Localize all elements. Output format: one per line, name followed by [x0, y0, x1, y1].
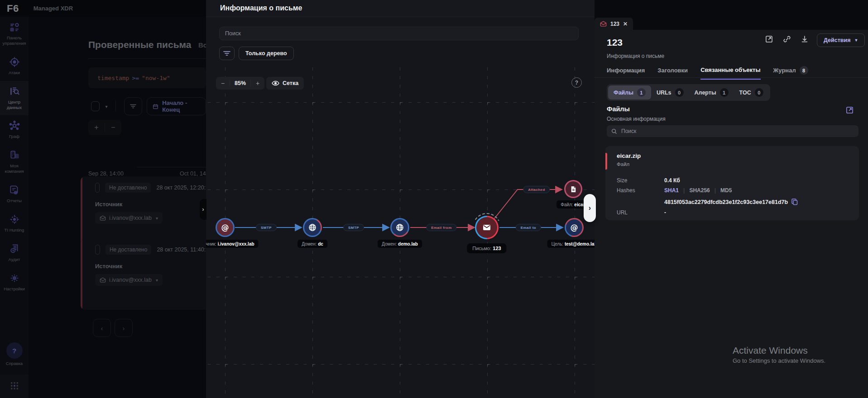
- url-value: -: [664, 209, 666, 216]
- hash-type-sha256[interactable]: SHA256: [689, 187, 710, 194]
- sidebar-item-reports[interactable]: Отчеты: [0, 180, 29, 209]
- details-panel: 123 ✕ 123 Информация о письме Действия ▼…: [595, 0, 868, 398]
- file-icon: [570, 185, 577, 193]
- hash-type-md5[interactable]: MD5: [720, 187, 732, 194]
- close-tab-icon[interactable]: ✕: [623, 21, 628, 27]
- graph-node-target[interactable]: @: [565, 218, 584, 237]
- email-datetime: 28 окт 2025, 12:20:13: [156, 185, 206, 191]
- graph-help-button[interactable]: ?: [571, 77, 582, 88]
- sidebar-item-audit[interactable]: Аудит: [0, 238, 29, 268]
- timeline-start: Sep 28, 14:00: [88, 171, 124, 177]
- date-range-button[interactable]: Начало - Конец: [147, 97, 206, 115]
- zoom-in-button[interactable]: +: [251, 80, 264, 87]
- timeline-axis: [136, 167, 206, 167]
- globe-icon: [395, 223, 404, 232]
- globe-icon: [308, 223, 317, 232]
- alerts-count-badge: 1: [720, 88, 729, 97]
- tab-journal[interactable]: Журнал 8: [773, 66, 808, 80]
- sidebar-item-settings[interactable]: Настройки: [0, 268, 29, 297]
- sidebar-item-help[interactable]: ? Справка: [0, 338, 29, 372]
- node-label-domain-dc: Домен: dc: [297, 240, 327, 248]
- list-minus-button[interactable]: −: [105, 123, 121, 132]
- open-files-section-icon[interactable]: [846, 106, 854, 116]
- expand-right-handle[interactable]: ›: [584, 194, 596, 222]
- apps-grid-icon[interactable]: [10, 381, 19, 391]
- target-icon: [9, 56, 20, 68]
- subtab-toc[interactable]: TOC 0: [734, 85, 769, 100]
- graph-node-email[interactable]: [475, 216, 499, 239]
- graph-icon: [9, 120, 20, 132]
- actions-button[interactable]: Действия ▼: [817, 33, 865, 47]
- copy-icon[interactable]: [791, 199, 798, 205]
- node-label-domain-demolab: Домен: demo.lab: [378, 240, 422, 248]
- subtab-files[interactable]: Файлы 1: [608, 85, 651, 100]
- list-plus-button[interactable]: +: [88, 123, 105, 132]
- prev-page-button[interactable]: ‹: [93, 319, 111, 337]
- filter-icon: [130, 103, 136, 109]
- open-in-new-icon[interactable]: [765, 35, 773, 43]
- pagination: ‹ ›: [93, 319, 133, 337]
- files-count-badge: 1: [637, 88, 646, 97]
- collapse-left-handle[interactable]: ›: [200, 199, 206, 220]
- grid-toggle-button[interactable]: Сетка: [266, 77, 304, 90]
- subtab-alerts[interactable]: Алерты 1: [689, 85, 734, 100]
- edge-label-smtp: SMTP: [343, 224, 364, 231]
- hash-value: 4815f053ac2279dfcdb23e1f2c93c3ee17e81d7b: [664, 199, 788, 205]
- sidebar-item-data-center[interactable]: Центр данных: [0, 81, 29, 116]
- checked-emails-panel: Проверенные письма Во timestamp >= "now-…: [29, 17, 206, 398]
- source-chip[interactable]: i.ivanov@xxx.lab ▾: [95, 274, 163, 286]
- sidebar-item-company[interactable]: Моя компания: [0, 145, 29, 180]
- email-card[interactable]: Не доставлено 28 окт 2025, 11:40:17 Исто…: [81, 238, 206, 310]
- sidebar-item-dashboard[interactable]: Панель управления: [0, 17, 29, 52]
- file-name[interactable]: eicar.zip: [617, 152, 641, 159]
- size-label: Size: [617, 177, 627, 184]
- graph-edges: [206, 0, 595, 398]
- hash-type-sha1[interactable]: SHA1: [664, 187, 679, 194]
- source-chip[interactable]: i.ivanov@xxx.lab ▾: [95, 212, 163, 224]
- envelope-icon: [481, 222, 492, 233]
- zoom-list-controls: + −: [88, 120, 121, 135]
- sidebar-item-attacks[interactable]: Атаки: [0, 52, 29, 81]
- sidebar-item-ti-hunting[interactable]: TI Hunting: [0, 209, 29, 238]
- list-filter-button[interactable]: [124, 97, 142, 115]
- query-input[interactable]: timestamp >= "now-1w": [88, 67, 206, 88]
- select-caret-icon[interactable]: ▾: [105, 104, 107, 109]
- graph-node-domain-dc[interactable]: [303, 218, 322, 237]
- email-datetime: 28 окт 2025, 11:40:17: [157, 246, 206, 253]
- node-label-source: Источник: i.ivanov@xxx.lab: [206, 240, 259, 248]
- link-icon[interactable]: [783, 35, 791, 43]
- calendar-icon: [153, 103, 158, 110]
- node-label-email: Письмо: 123: [467, 243, 506, 253]
- edge-label-email-from: Email from: [426, 224, 456, 231]
- select-all-checkbox[interactable]: [91, 101, 100, 111]
- subtab-urls[interactable]: URLs 0: [651, 85, 689, 100]
- related-object-subtabs: Файлы 1 URLs 0 Алерты 1 TOC 0: [607, 84, 770, 101]
- files-search-input[interactable]: [607, 125, 858, 137]
- hash-type-switch: SHA1 | SHA256 | MD5: [664, 187, 732, 194]
- details-actions-icons: [765, 35, 808, 43]
- zoom-out-button[interactable]: −: [216, 80, 230, 87]
- graph-node-source[interactable]: @: [216, 218, 235, 237]
- data-center-icon: [9, 85, 20, 97]
- zoom-level: 85%: [230, 80, 251, 86]
- edge-label-attached: Attached: [523, 186, 550, 193]
- next-page-button[interactable]: ›: [115, 319, 133, 337]
- download-icon[interactable]: [801, 35, 808, 43]
- graph-node-domain-demolab[interactable]: [390, 218, 409, 237]
- dashboard-icon: [9, 21, 20, 33]
- details-tabstrip: 123 ✕: [595, 0, 868, 30]
- files-section-subtitle: Основная информация: [607, 116, 666, 122]
- page-title-overflow: Во: [198, 41, 206, 49]
- file-card[interactable]: eicar.zip Файл Size 0.4 Кб Hashes SHA1 |…: [605, 146, 859, 220]
- email-checkbox[interactable]: [95, 183, 100, 193]
- email-card[interactable]: Не доставлено 28 окт 2025, 12:20:13 Исто…: [81, 176, 206, 248]
- hash-value-row: 4815f053ac2279dfcdb23e1f2c93c3ee17e81d7b: [664, 199, 798, 205]
- zoom-controls: − 85% +: [216, 77, 264, 90]
- tabs-divider: [595, 77, 868, 78]
- hashes-label: Hashes: [617, 187, 635, 194]
- list-controls: ▾ Начало - Конец: [91, 97, 206, 115]
- details-tab-123[interactable]: 123 ✕: [595, 18, 633, 30]
- sidebar-item-graph[interactable]: Граф: [0, 115, 29, 145]
- email-checkbox[interactable]: [95, 245, 100, 255]
- graph-node-file[interactable]: [564, 180, 582, 198]
